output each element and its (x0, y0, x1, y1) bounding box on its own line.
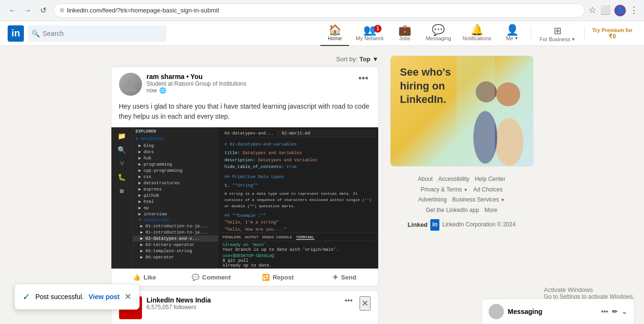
nav-notifications-label: Notifications (463, 35, 491, 41)
send-icon: ✈ (333, 274, 338, 281)
footer-advertising[interactable]: Advertising (418, 196, 447, 203)
sort-bar: Sort by: Top ▼ (111, 56, 379, 63)
reload-button[interactable]: ↺ (36, 4, 50, 17)
post-author[interactable]: ram sharma (147, 73, 185, 80)
feed-area: Sort by: Top ▼ ram (111, 56, 379, 324)
window-icon[interactable]: ⬜ (600, 5, 611, 16)
news-more-button[interactable]: ••• (343, 296, 355, 305)
sort-by-button[interactable]: Top ▼ (360, 56, 379, 63)
svg-point-2 (495, 118, 524, 166)
url-text: linkedin.com/feed/?trk=homepage-basic_si… (67, 7, 219, 14)
search-icon: 🔍 (32, 30, 40, 37)
grid-icon: ⊞ (554, 25, 562, 36)
chevron-down-icon: ▼ (372, 56, 379, 63)
footer-ad-choices[interactable]: Ad Choices (473, 186, 502, 193)
footer-links: About Accessibility Help Center Privacy … (390, 170, 534, 235)
for-business-label: For Business ▼ (540, 36, 576, 42)
post-text: Hey users i glad to share you that i hav… (111, 101, 378, 127)
jobs-icon: 💼 (398, 25, 411, 35)
send-button[interactable]: ✈ Send (311, 269, 378, 286)
nav-notifications[interactable]: 🔔 Notifications (458, 21, 496, 46)
svg-point-3 (496, 82, 520, 106)
nav-for-business[interactable]: ⊞ For Business ▼ (535, 21, 580, 46)
back-button[interactable]: ← (6, 4, 19, 17)
footer-in-logo: in (430, 219, 439, 231)
footer-accessibility[interactable]: Accessibility (438, 176, 469, 182)
post-more-button[interactable]: ••• (356, 73, 370, 84)
star-icon[interactable]: ☆ (589, 5, 596, 16)
post-time: now 🌐 (147, 87, 352, 94)
ad-card: See who's hiring on LinkedIn. (390, 56, 534, 167)
browser-nav-buttons: ← → ↺ (6, 4, 50, 17)
footer-more[interactable]: More (484, 207, 497, 213)
nav-me[interactable]: 👤 Me ▼ (498, 21, 527, 46)
vscode-screenshot: 📁 🔍 ⑂ 🐛 ⊞ EXPLORER ▼ SPACESHIP ▶ blog ▶ … (111, 127, 378, 268)
messaging-label: Messaging (508, 308, 542, 315)
footer-help-center[interactable]: Help Center (475, 176, 505, 182)
news-close-button[interactable]: ✕ (360, 296, 371, 311)
nav-divider (531, 26, 531, 41)
post-actions: 👍 Like 💬 Comment 🔁 Repost ✈ Send (111, 268, 378, 286)
linkedin-logo[interactable]: in (8, 25, 24, 42)
avatar-placeholder (119, 73, 142, 96)
nav-jobs-label: Jobs (399, 35, 410, 41)
messaging-bar: Messaging ••• ✏ ⌄ (481, 299, 634, 324)
toast-view-post-link[interactable]: View post (88, 293, 120, 301)
like-icon: 👍 (133, 274, 141, 281)
footer-about[interactable]: About (418, 176, 433, 182)
home-icon: 🏠 (328, 25, 341, 35)
messaging-icon: 💬 (432, 25, 445, 35)
avatar[interactable] (119, 73, 142, 96)
footer-privacy-terms[interactable]: Privacy & Terms ▼ (421, 186, 468, 193)
toast-close-button[interactable]: ✕ (124, 291, 131, 302)
globe-icon: 🌐 (159, 87, 166, 94)
like-button[interactable]: 👍 Like (111, 269, 178, 286)
toast-message: Post successful. (35, 293, 84, 301)
me-avatar: 👤 (506, 25, 519, 35)
main-nav: 🏠 Home 👥 My Network 1 💼 Jobs 💬 Messaging… (320, 21, 636, 46)
post-subtitle: Student at Raisoni Group of Institutions (147, 80, 352, 87)
messaging-avatar (489, 304, 504, 319)
ad-image[interactable]: See who's hiring on LinkedIn. (391, 56, 533, 166)
premium-link[interactable]: Try Premium for ₹0 (589, 27, 636, 40)
user-icon[interactable]: 👤 (614, 5, 626, 16)
footer-logo: Linked in LinkedIn Corporation © 2024 (398, 219, 526, 231)
messaging-actions: ••• ✏ ⌄ (601, 308, 627, 315)
address-bar[interactable]: ⊞ linkedin.com/feed/?trk=homepage-basic_… (54, 3, 585, 18)
comment-button[interactable]: 💬 Comment (178, 269, 245, 286)
nav-messaging[interactable]: 💬 Messaging (421, 21, 456, 46)
messaging-collapse-icon[interactable]: ⌄ (622, 308, 627, 315)
notifications-icon: 🔔 (470, 25, 483, 35)
news-card: News LinkedIn News India 6,575,057 follo… (111, 290, 379, 324)
search-input[interactable] (43, 30, 163, 37)
messaging-header[interactable]: Messaging ••• ✏ ⌄ (482, 299, 634, 324)
post-header: ram sharma • You Student at Raisoni Grou… (111, 67, 378, 101)
nav-network[interactable]: 👥 My Network 1 (351, 21, 388, 46)
repost-icon: 🔁 (262, 274, 270, 281)
vscode-explorer: EXPLORER ▼ SPACESHIP ▶ blog ▶ docs ▶ hub… (133, 127, 219, 268)
forward-button[interactable]: → (21, 4, 34, 17)
nav-network-label: My Network (356, 35, 383, 41)
news-meta: LinkedIn News India 6,575,057 followers (147, 296, 338, 311)
security-icon: ⊞ (60, 7, 64, 13)
news-name: LinkedIn News India (147, 296, 338, 304)
news-header: News LinkedIn News India 6,575,057 follo… (111, 290, 378, 324)
browser-chrome: ← → ↺ ⊞ linkedin.com/feed/?trk=homepage-… (0, 0, 644, 21)
messaging-more-icon[interactable]: ••• (601, 308, 608, 315)
news-followers: 6,575,057 followers (147, 304, 338, 311)
menu-icon[interactable]: ⋮ (630, 5, 638, 16)
nav-home-label: Home (328, 35, 342, 41)
svg-point-0 (127, 79, 134, 86)
toast-notification: ✓ Post successful. View post ✕ (14, 284, 140, 310)
footer-get-app[interactable]: Get the LinkedIn app (426, 207, 479, 213)
nav-jobs[interactable]: 💼 Jobs (390, 21, 419, 46)
footer-business-services[interactable]: Business Services ▼ (452, 196, 505, 203)
sort-label: Sort by: (336, 56, 358, 63)
search-bar[interactable]: 🔍 (28, 25, 166, 42)
comment-icon: 💬 (192, 274, 199, 281)
messaging-edit-icon[interactable]: ✏ (612, 308, 618, 315)
nav-home[interactable]: 🏠 Home (320, 21, 349, 46)
post-card: ram sharma • You Student at Raisoni Grou… (111, 67, 379, 286)
repost-button[interactable]: 🔁 Repost (245, 269, 312, 286)
vscode-sidebar: 📁 🔍 ⑂ 🐛 ⊞ (111, 127, 133, 268)
